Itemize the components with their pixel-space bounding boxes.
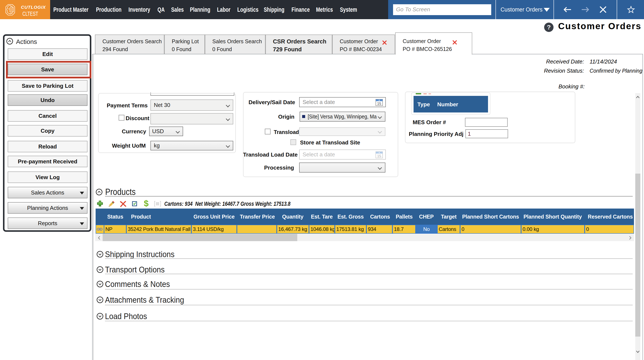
svg-text:15: 15 xyxy=(377,102,381,106)
svg-text:15: 15 xyxy=(377,154,381,158)
